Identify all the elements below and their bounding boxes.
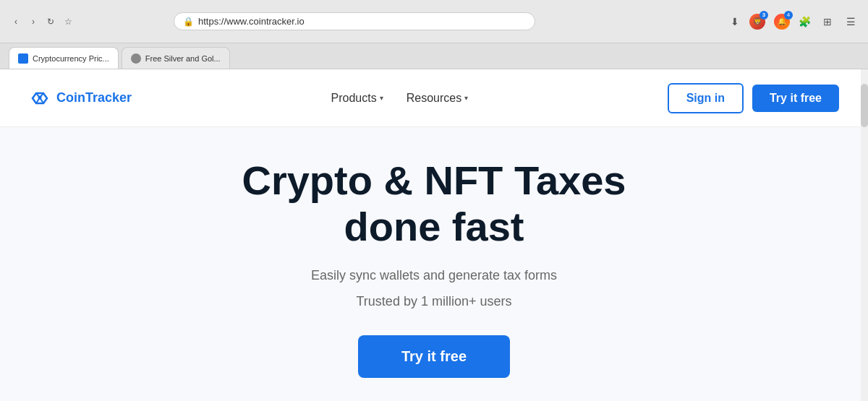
website-content: CoinTracker Products ▾ Resources ▾ Sign … <box>0 69 868 401</box>
hero-section: Crypto & NFT Taxes done fast Easily sync… <box>0 127 868 401</box>
sign-in-button[interactable]: Sign in <box>668 83 744 113</box>
refresh-button[interactable]: ↻ <box>43 14 58 29</box>
tab-label-silver: Free Silver and Gol... <box>145 54 221 63</box>
resources-nav-item[interactable]: Resources ▾ <box>407 92 468 105</box>
menu-icon[interactable]: ☰ <box>842 13 859 30</box>
hero-subtitle-1: Easily sync wallets and generate tax for… <box>311 265 557 286</box>
extensions-icon[interactable]: 🧩 <box>796 13 813 30</box>
logo-text: CoinTracker <box>56 90 132 105</box>
tab-favicon-silver <box>131 53 141 64</box>
logo-icon <box>29 87 51 109</box>
hero-title-line1: Crypto & NFT Taxes <box>242 158 626 203</box>
download-icon[interactable]: ⬇ <box>726 13 744 30</box>
nav-links: Products ▾ Resources ▾ <box>331 92 469 105</box>
tab-silver[interactable]: Free Silver and Gol... <box>122 47 230 69</box>
tab-label-crypto: Cryptocurrency Pric... <box>33 54 109 63</box>
url-text: https://www.cointracker.io <box>198 16 526 27</box>
tab-bar: Cryptocurrency Pric... Free Silver and G… <box>0 43 868 69</box>
forward-button[interactable]: › <box>26 14 41 29</box>
notification-container: 🔔 4 <box>774 14 790 30</box>
hero-title: Crypto & NFT Taxes done fast <box>242 158 626 251</box>
screenshot-icon[interactable]: ⊞ <box>819 13 836 30</box>
browser-actions: ⬇ 🦁 3 🔔 4 🧩 ⊞ ☰ <box>726 13 859 30</box>
nav-actions: Sign in Try it free <box>668 83 839 113</box>
notification-icon[interactable]: 🔔 4 <box>774 14 790 30</box>
logo[interactable]: CoinTracker <box>29 87 132 109</box>
products-nav-item[interactable]: Products ▾ <box>331 92 383 105</box>
try-free-hero-button[interactable]: Try it free <box>358 335 510 378</box>
notif-badge: 4 <box>784 11 793 20</box>
navbar: CoinTracker Products ▾ Resources ▾ Sign … <box>0 69 868 127</box>
brave-shield-container: 🦁 3 <box>749 14 765 30</box>
bookmark-button[interactable]: ☆ <box>61 14 75 29</box>
tab-crypto[interactable]: Cryptocurrency Pric... <box>9 47 119 69</box>
products-chevron-icon: ▾ <box>380 94 383 102</box>
brave-icon[interactable]: 🦁 3 <box>749 14 765 30</box>
try-free-nav-button[interactable]: Try it free <box>752 85 839 112</box>
products-label: Products <box>331 92 377 105</box>
browser-chrome: ‹ › ↻ ☆ 🔒 https://www.cointracker.io ⬇ 🦁… <box>0 0 868 43</box>
nav-buttons: ‹ › ↻ ☆ <box>9 14 75 29</box>
resources-chevron-icon: ▾ <box>464 94 468 102</box>
scrollbar-thumb <box>861 84 868 127</box>
brave-badge: 3 <box>760 11 768 20</box>
tab-favicon-crypto <box>18 53 28 64</box>
back-button[interactable]: ‹ <box>9 14 23 29</box>
hero-title-line2: done fast <box>344 204 524 249</box>
lock-icon: 🔒 <box>183 17 194 27</box>
svg-point-0 <box>38 95 42 99</box>
scrollbar[interactable] <box>861 69 868 401</box>
resources-label: Resources <box>407 92 461 105</box>
address-bar[interactable]: 🔒 https://www.cointracker.io <box>174 12 535 30</box>
hero-subtitle-2: Trusted by 1 million+ users <box>357 291 512 312</box>
